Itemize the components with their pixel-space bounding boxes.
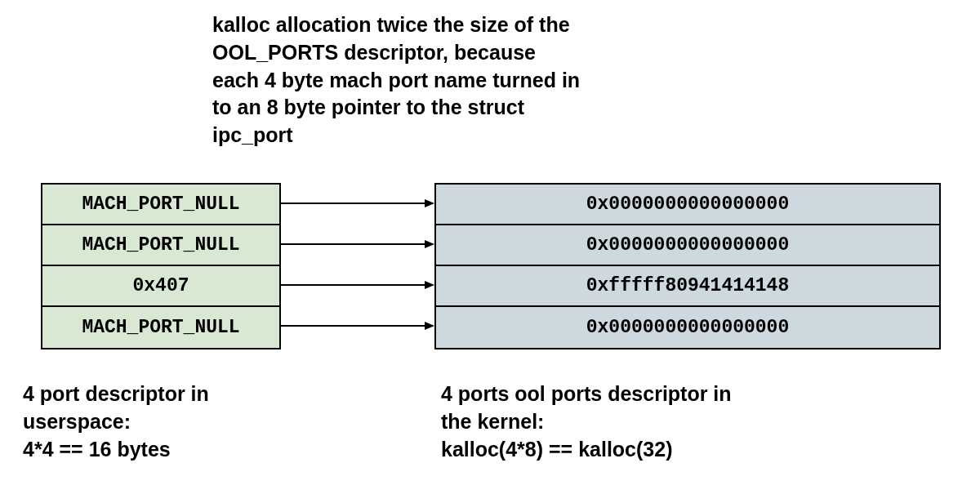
kernel-row: 0x0000000000000000 bbox=[436, 225, 939, 266]
kernel-caption-line2: the kernel: bbox=[441, 410, 544, 433]
userspace-table: MACH_PORT_NULL MACH_PORT_NULL 0x407 MACH… bbox=[41, 183, 281, 349]
header-line1: kalloc allocation twice the size of the bbox=[212, 13, 570, 36]
svg-marker-3 bbox=[425, 240, 434, 248]
header-caption: kalloc allocation twice the size of the … bbox=[212, 11, 670, 149]
kernel-row: 0x0000000000000000 bbox=[436, 185, 939, 225]
svg-marker-7 bbox=[425, 322, 434, 330]
userspace-row: MACH_PORT_NULL bbox=[42, 225, 279, 266]
svg-marker-5 bbox=[425, 281, 434, 289]
header-line3: each 4 byte mach port name turned in bbox=[212, 69, 580, 91]
kernel-table: 0x0000000000000000 0x0000000000000000 0x… bbox=[434, 183, 941, 349]
userspace-row: 0x407 bbox=[42, 266, 279, 307]
svg-marker-1 bbox=[425, 199, 434, 207]
userspace-caption-line1: 4 port descriptor in bbox=[23, 382, 209, 405]
header-line5: ipc_port bbox=[212, 123, 293, 146]
header-line4: to an 8 byte pointer to the struct bbox=[212, 96, 524, 118]
arrow-icon bbox=[281, 183, 434, 224]
arrow-icon bbox=[281, 265, 434, 305]
header-line2: OOL_PORTS descriptor, because bbox=[212, 41, 536, 64]
kernel-row: 0xfffff80941414148 bbox=[436, 266, 939, 307]
kernel-caption-line1: 4 ports ool ports descriptor in bbox=[441, 382, 732, 405]
userspace-caption: 4 port descriptor in userspace: 4*4 == 1… bbox=[23, 381, 366, 463]
userspace-row: MACH_PORT_NULL bbox=[42, 307, 279, 348]
kernel-row: 0x0000000000000000 bbox=[436, 307, 939, 348]
arrow-column bbox=[281, 183, 434, 346]
diagram-body: MACH_PORT_NULL MACH_PORT_NULL 0x407 MACH… bbox=[41, 183, 941, 349]
userspace-row: MACH_PORT_NULL bbox=[42, 185, 279, 225]
kernel-caption-line3: kalloc(4*8) == kalloc(32) bbox=[441, 438, 672, 461]
arrow-icon bbox=[281, 224, 434, 265]
userspace-caption-line2: userspace: bbox=[23, 410, 131, 433]
arrow-icon bbox=[281, 305, 434, 346]
userspace-caption-line3: 4*4 == 16 bytes bbox=[23, 438, 171, 461]
kernel-caption: 4 ports ool ports descriptor in the kern… bbox=[441, 381, 898, 463]
